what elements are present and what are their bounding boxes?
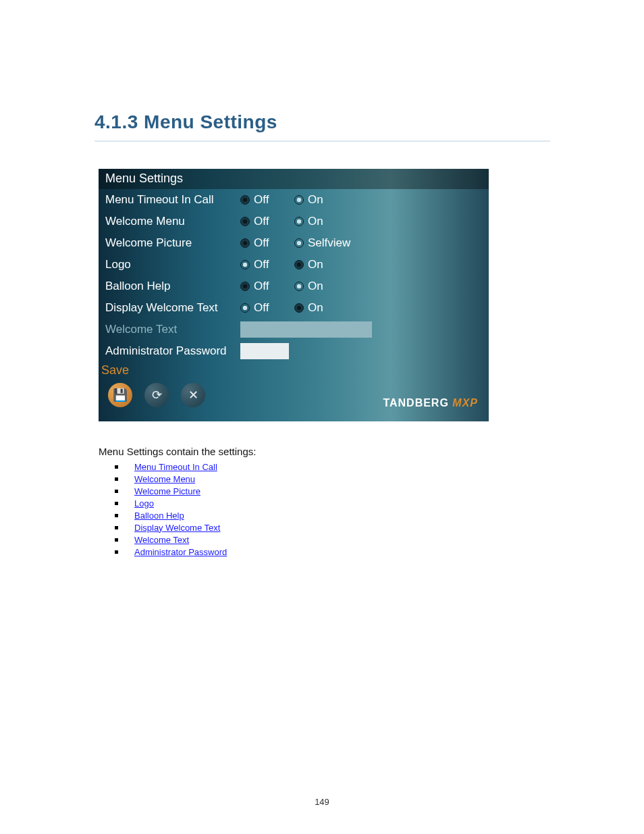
brand-text-1: TANDBERG [383, 397, 448, 409]
close-icon: ✕ [188, 388, 198, 402]
radio-off[interactable]: Off [240, 301, 294, 315]
radio-icon [240, 195, 250, 205]
row-menu-timeout: Menu Timeout In Call Off On [105, 189, 482, 211]
radio-off[interactable]: Off [240, 258, 294, 271]
settings-rows: Menu Timeout In Call Off On Welcome Menu… [99, 189, 489, 362]
menu-settings-panel: Menu Settings Menu Timeout In Call Off O… [99, 169, 489, 421]
row-welcome-text: Welcome Text [105, 319, 482, 340]
radio-on[interactable]: On [294, 258, 348, 271]
radio-icon [240, 238, 250, 248]
list-item: Welcome Text [115, 533, 227, 546]
bullet-icon [115, 477, 118, 481]
radio-icon [294, 217, 304, 226]
radio-icon [240, 282, 250, 291]
link-balloon-help[interactable]: Balloon Help [134, 511, 184, 521]
bullet-icon [115, 490, 118, 493]
radio-off[interactable]: Off [240, 193, 294, 207]
refresh-button[interactable]: ⟳ [144, 383, 169, 407]
link-menu-timeout[interactable]: Menu Timeout In Call [134, 462, 217, 472]
radio-on[interactable]: On [294, 193, 348, 207]
radio-icon [294, 195, 304, 205]
radio-icon [294, 282, 304, 291]
list-item: Welcome Menu [115, 473, 227, 485]
row-admin-password: Administrator Password [105, 340, 482, 362]
list-item: Menu Timeout In Call [115, 461, 227, 473]
refresh-icon: ⟳ [152, 388, 162, 402]
list-item: Display Welcome Text [115, 521, 227, 533]
row-label: Logo [105, 258, 240, 271]
list-item: Balloon Help [115, 509, 227, 521]
bullet-icon [115, 526, 118, 529]
row-welcome-picture: Welcome Picture Off Selfview [105, 232, 482, 254]
link-admin-password[interactable]: Administrator Password [134, 547, 227, 557]
row-balloon-help: Balloon Help Off On [105, 276, 482, 297]
admin-password-input[interactable] [240, 343, 289, 359]
save-button[interactable]: 💾 [108, 383, 132, 407]
radio-selfview[interactable]: Selfview [294, 236, 375, 250]
link-display-welcome-text[interactable]: Display Welcome Text [134, 523, 220, 533]
row-label: Menu Timeout In Call [105, 193, 240, 207]
brand-logo: TANDBERG MXP [383, 397, 478, 409]
bullet-icon [115, 502, 118, 505]
radio-icon [294, 260, 304, 269]
row-label: Welcome Picture [105, 236, 240, 250]
radio-icon [294, 238, 304, 248]
save-label: Save [99, 362, 489, 377]
radio-on[interactable]: On [294, 280, 348, 293]
radio-on[interactable]: On [294, 215, 348, 228]
bullet-icon [115, 550, 118, 554]
settings-link-list: Menu Timeout In Call Welcome Menu Welcom… [115, 461, 227, 558]
row-label: Balloon Help [105, 280, 240, 293]
radio-icon [294, 303, 304, 313]
welcome-text-input[interactable] [240, 321, 372, 338]
links-lead-text: Menu Settings contain the settings: [99, 446, 256, 457]
list-item: Administrator Password [115, 546, 227, 558]
row-label: Administrator Password [105, 344, 240, 358]
link-welcome-picture[interactable]: Welcome Picture [134, 486, 200, 496]
section-heading: 4.1.3 Menu Settings [95, 111, 277, 133]
bullet-icon [115, 538, 118, 542]
row-logo: Logo Off On [105, 254, 482, 276]
bullet-icon [115, 514, 118, 517]
row-display-welcome-text: Display Welcome Text Off On [105, 297, 482, 319]
list-item: Logo [115, 497, 227, 509]
radio-icon [240, 217, 250, 226]
radio-icon [240, 303, 250, 313]
row-label: Display Welcome Text [105, 301, 240, 315]
link-logo[interactable]: Logo [134, 498, 154, 509]
panel-title: Menu Settings [99, 169, 489, 189]
horizontal-rule [95, 140, 550, 142]
radio-off[interactable]: Off [240, 215, 294, 228]
link-welcome-text[interactable]: Welcome Text [134, 535, 189, 545]
save-icon: 💾 [113, 388, 128, 402]
row-welcome-menu: Welcome Menu Off On [105, 211, 482, 232]
document-page: 4.1.3 Menu Settings Menu Settings Menu T… [0, 0, 644, 834]
bullet-icon [115, 465, 118, 469]
radio-on[interactable]: On [294, 301, 348, 315]
radio-icon [240, 260, 250, 269]
row-label: Welcome Menu [105, 215, 240, 228]
radio-off[interactable]: Off [240, 236, 294, 250]
brand-text-2: MXP [449, 397, 478, 409]
list-item: Welcome Picture [115, 485, 227, 497]
row-label-disabled: Welcome Text [105, 323, 240, 336]
link-welcome-menu[interactable]: Welcome Menu [134, 474, 195, 484]
radio-off[interactable]: Off [240, 280, 294, 293]
close-button[interactable]: ✕ [181, 383, 205, 407]
page-number: 149 [0, 797, 644, 807]
